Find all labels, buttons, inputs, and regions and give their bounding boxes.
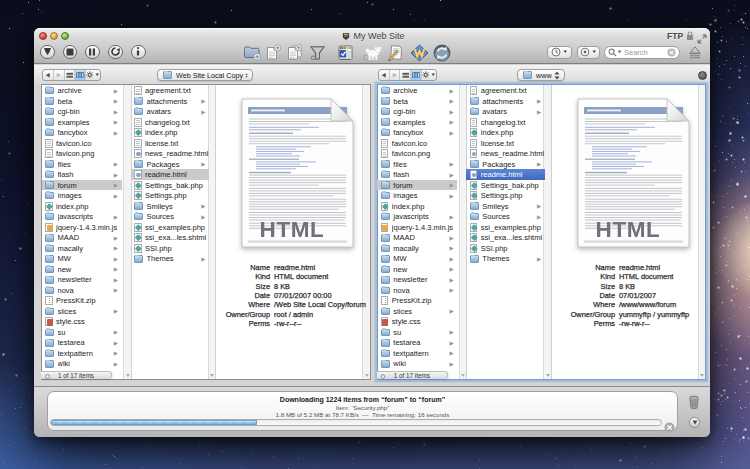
svg-text:HTML: HTML — [595, 217, 660, 242]
svg-text:HTML: HTML — [260, 217, 325, 242]
